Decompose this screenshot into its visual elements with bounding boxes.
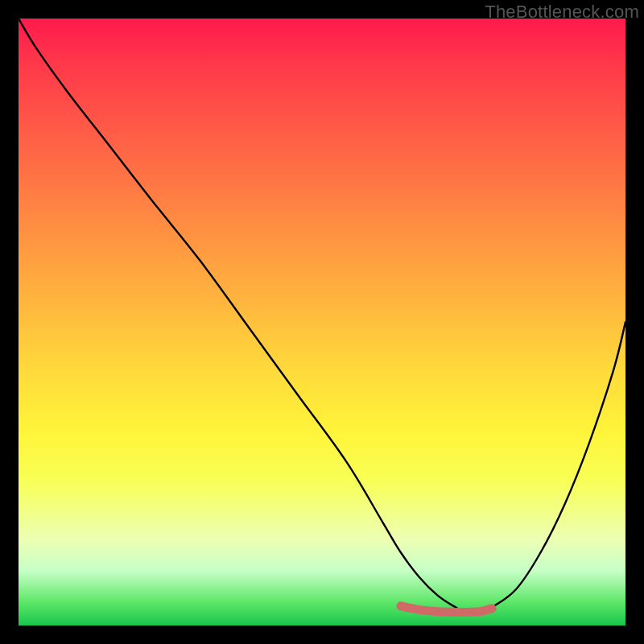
chart-frame	[19, 19, 625, 625]
chart-svg	[19, 19, 625, 625]
bottleneck-curve	[19, 19, 625, 614]
optimal-range-marker	[401, 606, 492, 613]
